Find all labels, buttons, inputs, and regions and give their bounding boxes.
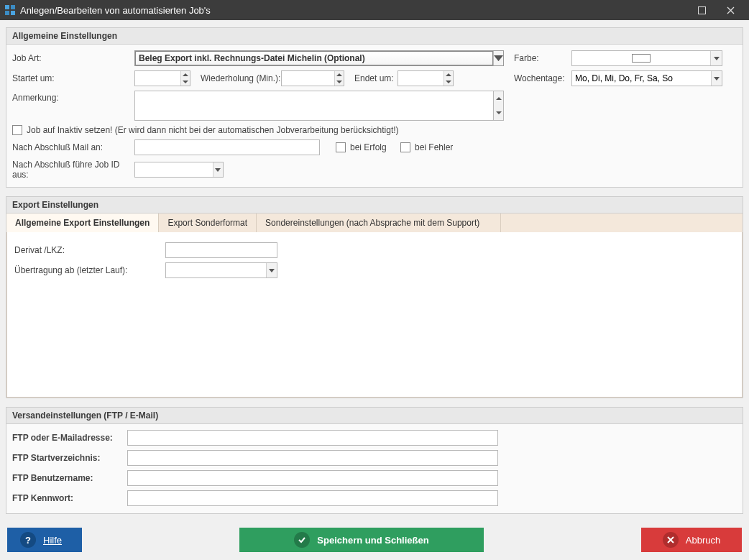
spinner-icon [444,71,453,86]
farbe-label: Farbe: [514,53,571,63]
anmerkung-textarea[interactable] [134,91,494,121]
chevron-down-icon [213,162,223,177]
chevron-down-icon [266,263,277,277]
question-icon: ? [20,532,36,548]
general-settings-group: Allgemeine Einstellungen Job Art: Beleg … [6,27,743,188]
window-close-button[interactable] [716,0,745,20]
wiederholung-label: Wiederholung (Min.): [201,73,281,83]
save-close-button[interactable]: Speichern und Schließen [239,528,484,552]
spinner-icon [494,91,504,121]
job-art-select[interactable]: Beleg Export inkl. Rechnungs-Datei Miche… [134,50,504,66]
check-icon [294,532,310,548]
cancel-label: Abbruch [686,535,720,546]
ftp-pass-label: FTP Kennwort: [12,493,127,503]
help-label: Hilfe [43,535,62,546]
app-icon [4,4,16,16]
fuehre-job-id-select[interactable] [134,162,224,178]
tab-sondereinstellungen[interactable]: Sondereinstellungen (nach Absprache mit … [257,214,501,232]
ftp-start-input[interactable] [127,450,498,466]
color-swatch [632,54,651,63]
mail-an-input[interactable] [134,139,320,155]
wochentage-label: Wochentage: [514,73,571,83]
export-tabs: Allgemeine Export Einstellungen Export S… [6,214,743,232]
fuehre-job-id-label: Nach Abschluß führe Job ID aus: [12,160,134,180]
content-area: Allgemeine Einstellungen Job Art: Beleg … [0,20,749,525]
versand-settings-group: Versandeinstellungen (FTP / E-Mail) FTP … [6,407,743,514]
export-tab-body: Derivat /LKZ: Übertragung ab (letzter La… [6,232,743,398]
chevron-down-icon [710,51,722,65]
ftp-pass-input[interactable] [127,490,498,506]
startet-um-input[interactable] [134,70,190,86]
derivat-input[interactable] [165,242,277,258]
ftp-user-input[interactable] [127,470,498,486]
mail-an-label: Nach Abschluß Mail an: [12,142,134,152]
wiederholung-input[interactable] [281,70,344,86]
derivat-label: Derivat /LKZ: [14,245,165,255]
chevron-down-icon [493,51,503,65]
bei-fehler-label: bei Fehler [415,142,453,152]
footer-bar: ? Hilfe Speichern und Schließen Abbruch [0,525,749,555]
chevron-down-icon [711,71,722,86]
spinner-icon [334,71,344,86]
svg-rect-0 [5,5,9,9]
ftp-mail-input[interactable] [127,430,498,446]
titlebar: Anlegen/Bearbeiten von automatisierten J… [0,0,749,20]
wochentage-select[interactable] [571,70,722,86]
close-icon [663,532,679,548]
job-art-label: Job Art: [12,53,134,63]
bei-erfolg-label: bei Erfolg [350,142,400,152]
uebertragung-select[interactable] [165,262,277,278]
save-close-label: Speichern und Schließen [317,535,428,546]
farbe-select[interactable] [571,50,722,66]
ftp-mail-label: FTP oder E-Mailadresse: [12,433,127,443]
export-settings-header: Export Einstellungen [6,197,743,214]
wochentage-value [572,71,711,86]
job-art-value: Beleg Export inkl. Rechnungs-Datei Miche… [139,53,365,63]
job-inaktiv-checkbox[interactable] [12,125,22,135]
tab-allgemeine-export[interactable]: Allgemeine Export Einstellungen [6,214,159,232]
svg-rect-2 [5,11,9,15]
svg-rect-3 [11,11,15,15]
anmerkung-label: Anmerkung: [12,91,134,103]
uebertragung-label: Übertragung ab (letzter Lauf): [14,265,165,275]
versand-settings-header: Versandeinstellungen (FTP / E-Mail) [6,408,743,424]
spinner-icon [180,71,190,86]
general-settings-header: Allgemeine Einstellungen [6,28,743,45]
bei-fehler-checkbox[interactable] [400,142,410,152]
window-title: Anlegen/Bearbeiten von automatisierten J… [20,5,211,16]
cancel-button[interactable]: Abbruch [641,528,742,552]
job-inaktiv-label: Job auf Inaktiv setzen! (Er wird dann ni… [27,125,399,135]
window-maximize-button[interactable] [687,0,716,20]
svg-rect-1 [11,5,15,9]
ftp-user-label: FTP Benutzername: [12,473,127,483]
endet-um-label: Endet um: [354,73,398,83]
svg-rect-4 [698,6,705,14]
ftp-start-label: FTP Startverzeichnis: [12,453,127,463]
startet-um-label: Startet um: [12,73,134,83]
help-button[interactable]: ? Hilfe [7,528,82,552]
endet-um-input[interactable] [398,70,454,86]
export-settings-group: Export Einstellungen Allgemeine Export E… [6,196,743,398]
bei-erfolg-checkbox[interactable] [336,142,346,152]
tab-export-sonderformat[interactable]: Export Sonderformat [159,214,257,232]
